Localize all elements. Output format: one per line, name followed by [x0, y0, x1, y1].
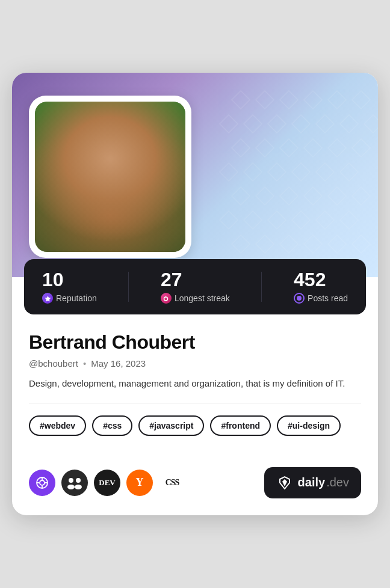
- brand-dev-text: .dev: [326, 476, 349, 489]
- reputation-label: Reputation: [42, 293, 97, 304]
- profile-bio: Design, development, management and orga…: [29, 377, 361, 391]
- brand-logo-icon: [276, 474, 293, 491]
- stat-reputation: 10 Reputation: [42, 270, 97, 304]
- profile-card: 10 Reputation 27 Long: [12, 73, 378, 515]
- divider: [29, 403, 361, 403]
- community-icons: DEV Y CSS: [29, 470, 185, 496]
- brand-name: daily.dev: [298, 476, 349, 489]
- card-footer: DEV Y CSS daily.dev: [12, 467, 378, 515]
- posts-label: Posts read: [294, 293, 348, 304]
- streak-text: Longest streak: [175, 293, 230, 303]
- svg-point-10: [76, 478, 81, 483]
- stat-divider-2: [261, 272, 262, 302]
- stat-posts: 452 Posts read: [294, 270, 348, 304]
- stat-divider-1: [128, 272, 129, 302]
- community-icon-devto[interactable]: DEV: [94, 470, 120, 496]
- profile-name: Bertrand Choubert: [29, 331, 361, 354]
- posts-text: Posts read: [308, 293, 348, 303]
- brand-daily-text: daily: [298, 476, 326, 489]
- reputation-text: Reputation: [56, 293, 97, 303]
- svg-marker-0: [45, 296, 51, 302]
- profile-separator: •: [83, 358, 86, 369]
- profile-join-date: May 16, 2023: [91, 358, 146, 369]
- community-icon-target[interactable]: [29, 470, 55, 496]
- streak-icon: [161, 293, 172, 304]
- tag-frontend[interactable]: #frontend: [210, 415, 271, 436]
- stat-streak: 27 Longest streak: [161, 270, 230, 304]
- card-header: [12, 73, 378, 277]
- posts-value: 452: [294, 270, 348, 289]
- avatar-image: [35, 102, 185, 252]
- community-icon-hackernews[interactable]: Y: [126, 470, 153, 496]
- tag-css[interactable]: #css: [92, 415, 132, 436]
- stats-bar: 10 Reputation 27 Long: [24, 259, 366, 314]
- tag-ui-design[interactable]: #ui-design: [277, 415, 341, 436]
- profile-meta: @bchoubert • May 16, 2023: [29, 358, 361, 369]
- profile-handle: @bchoubert: [29, 358, 78, 369]
- community-icon-css[interactable]: CSS: [159, 470, 185, 496]
- brand-badge: daily.dev: [264, 467, 361, 498]
- posts-icon: [294, 293, 305, 304]
- svg-point-11: [75, 485, 82, 489]
- svg-point-3: [40, 480, 45, 485]
- reputation-value: 10: [42, 270, 97, 289]
- streak-label: Longest streak: [161, 293, 230, 304]
- svg-point-8: [69, 478, 73, 483]
- avatar: [29, 96, 191, 258]
- tags-container: #webdev #css #javascript #frontend #ui-d…: [29, 415, 361, 436]
- reputation-icon: [42, 293, 53, 304]
- tag-javascript[interactable]: #javascript: [138, 415, 204, 436]
- tag-webdev[interactable]: #webdev: [29, 415, 86, 436]
- svg-point-9: [67, 485, 75, 489]
- community-icon-group[interactable]: [61, 470, 88, 496]
- streak-value: 27: [161, 270, 230, 289]
- profile-content: Bertrand Choubert @bchoubert • May 16, 2…: [12, 314, 378, 467]
